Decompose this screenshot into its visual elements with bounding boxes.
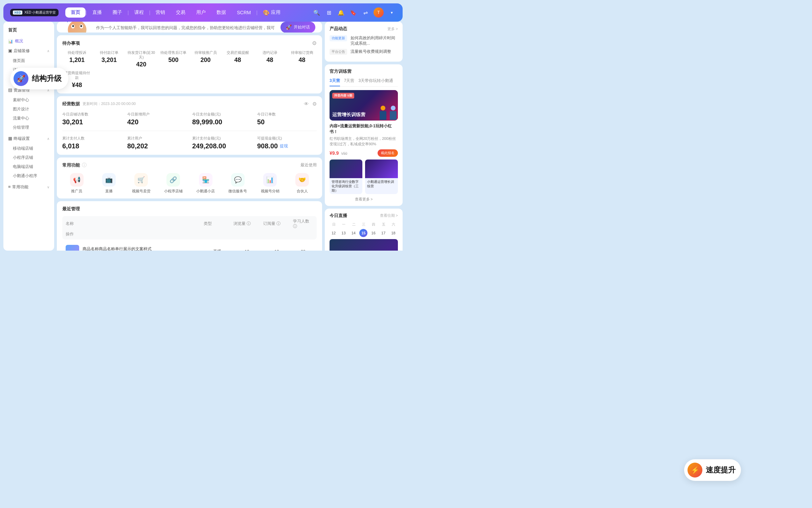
mini-card-2[interactable]: 小鹅通运营增长训练营 — [365, 160, 398, 194]
biz-settings-icon[interactable]: ⚙ — [312, 101, 317, 107]
right-panel: 产品动态 更多 > 功能更新 如何高效的利用碎片时间完成系统... 平台公告 流… — [325, 22, 403, 251]
nav-item-live[interactable]: 直播 — [87, 9, 107, 16]
day-14[interactable]: 14 — [349, 229, 358, 237]
ai-banner: ↗ 您好，我是通通，您的智能AI助手 作为一个人工智能助手，我可以回答您的问题，… — [57, 22, 322, 33]
func-section: 常用功能 ⓘ 最近使用 📢 推广员 📺 直播 🛒 视频号卖货 🔗 — [57, 157, 322, 198]
func-item-live[interactable]: 📺 直播 — [94, 173, 123, 194]
func-item-miniapp-store[interactable]: 🔗 小程序店铺 — [159, 173, 188, 194]
todo-value-complaint: 1,201 — [69, 57, 85, 64]
nav-item-user[interactable]: 用户 — [191, 9, 211, 16]
sidebar-sub-item-pc[interactable]: 电脑端店铺 — [3, 162, 54, 171]
bell-icon[interactable]: 🔔 — [337, 8, 345, 17]
help-icon[interactable]: ⓘ — [82, 162, 87, 168]
panels-icon[interactable]: ⊞ — [325, 8, 333, 17]
nav-item-course[interactable]: 课程 — [129, 9, 149, 16]
tab-7day[interactable]: 7天营 — [344, 78, 355, 86]
func-item-wechat-service[interactable]: 💬 微信服务号 — [223, 173, 252, 194]
table-header: 名称 类型 浏览量 ⓘ 订阅量 ⓘ 学习人数 ⓘ 操作 — [62, 216, 317, 239]
day-16[interactable]: 16 — [369, 229, 378, 237]
nav-item-circle[interactable]: 圈子 — [107, 9, 128, 16]
func-item-partner[interactable]: 🤝 合伙人 — [288, 173, 317, 194]
avatar[interactable]: T — [374, 7, 384, 18]
func-item-video-dist[interactable]: 📊 视频号分销 — [256, 173, 285, 194]
day-15-today[interactable]: 15 — [359, 229, 367, 237]
live-schedule-link[interactable]: 查看往期 > — [380, 213, 398, 218]
sidebar-section-store-title[interactable]: ▣店铺装修 ∧ — [3, 46, 54, 56]
recent-header: 最近管理 — [62, 206, 317, 212]
video-dist-icon: 📊 — [263, 173, 277, 187]
nav-item-scrm[interactable]: SCRM — [231, 10, 256, 15]
withdraw-button[interactable]: 提现 — [280, 143, 288, 149]
recent-used-label: 最近使用 — [300, 162, 317, 168]
func-item-promoter[interactable]: 📢 推广员 — [62, 173, 91, 194]
mini-card-1[interactable]: 管理咨询行业数字化升级训练营（三期） — [330, 160, 362, 194]
sidebar-sub-item-image[interactable]: 图片设计 — [3, 105, 54, 114]
wechat-service-icon: 💬 — [231, 173, 245, 187]
todo-value-promoter: 200 — [200, 57, 210, 64]
chevron-down-icon[interactable]: ▼ — [388, 8, 396, 17]
update-item-1: 功能更新 如何高效的利用碎片时间完成系统... — [330, 35, 398, 46]
todo-label-aftersale: 待处理售后订单 — [160, 50, 186, 55]
update-text-2: 流量账号收费规则调整 — [351, 49, 398, 54]
row-learners: 90 — [293, 249, 313, 251]
rocket-icon: 🚀 — [286, 24, 292, 30]
refresh-icon[interactable]: ⇌ — [361, 8, 369, 17]
biz-title: 经营数据 — [62, 101, 80, 107]
sidebar-section-terminal-title[interactable]: ▦终端设置 ∧ — [3, 133, 54, 144]
tab-3day[interactable]: 3天营 — [330, 78, 340, 86]
see-more[interactable]: 查看更多 > — [330, 197, 398, 202]
sidebar-sub-item-micropage[interactable]: 微页面 — [3, 56, 54, 65]
signup-button[interactable]: 截此报名 — [378, 149, 398, 157]
day-12[interactable]: 12 — [330, 229, 338, 237]
biz-cum-users-label: 累计用户 — [127, 136, 187, 141]
day-18[interactable]: 18 — [389, 229, 398, 237]
training-desc: 内容+流量运营新技能,0-1玩转小红书！ 红书职场博主，全网20万粉丝，200粉… — [330, 123, 398, 157]
func-grid: 📢 推广员 📺 直播 🛒 视频号卖货 🔗 小程序店铺 🏪 小鹅通小 — [62, 173, 317, 194]
sidebar-sub-item-group[interactable]: 分组管理 — [3, 123, 54, 132]
eye-icon[interactable]: 👁 — [304, 101, 309, 107]
live-today-header: 今日直播 查看往期 > — [330, 213, 398, 219]
mini-card-text-2: 小鹅通运营增长训练营 — [365, 178, 398, 190]
nav-item-apps[interactable]: 🎨 应用 — [257, 9, 286, 16]
live-calendar: 日 一 二 三 四 五 六 12 13 14 15 16 17 18 — [330, 222, 398, 237]
sidebar-overview[interactable]: 📊概况 — [3, 37, 54, 46]
nav-item-home[interactable]: 首页 — [65, 7, 86, 18]
biz-withdrawable-row: 908.00 提现 — [257, 142, 317, 150]
sidebar-sub-item-flow[interactable]: 流量中心 — [3, 114, 54, 123]
sidebar-sub-item-xeprog[interactable]: 小鹅通小程序 — [3, 171, 54, 181]
nav-item-trade[interactable]: 交易 — [171, 9, 191, 16]
nav-item-data[interactable]: 数据 — [211, 9, 231, 16]
sidebar-sub-item-material[interactable]: 素材中心 — [3, 96, 54, 105]
todo-item-complaint: 待处理投诉 1,201 — [62, 50, 92, 68]
sidebar-sub-item-mobile[interactable]: 移动端店铺 — [3, 144, 54, 153]
search-icon[interactable]: 🔍 — [313, 8, 321, 17]
day-17[interactable]: 17 — [379, 229, 387, 237]
func-title: 常用功能 — [62, 162, 80, 168]
sidebar-section-common: ≡常用功能 ∨ — [3, 182, 54, 192]
product-cell: 商品名称商品名称单行展示的文案样式 ¥199.9 — [66, 245, 201, 251]
func-item-video-sell[interactable]: 🛒 视频号卖货 — [127, 173, 156, 194]
day-header-thu: 四 — [369, 222, 378, 227]
nav-items: 首页 | 直播 圈子 | 课程 | 营销 交易 用户 数据 SCRM | 🎨 应… — [65, 7, 313, 18]
tab-intro[interactable]: 3天带你玩转小鹅通 — [358, 78, 393, 86]
product-updates-more[interactable]: 更多 > — [387, 26, 398, 31]
biz-new-users-label: 今日新增用户 — [127, 112, 187, 117]
upgrade-text: 结构升级 — [32, 73, 62, 84]
day-13[interactable]: 13 — [339, 229, 347, 237]
nav-item-marketing[interactable]: 营销 — [150, 9, 171, 16]
sidebar-sub-item-miniapp[interactable]: 小程序店铺 — [3, 153, 54, 162]
sidebar-section-resource: ▤资源管理 ∧ 素材中心 图片设计 流量中心 分组管理 — [3, 85, 54, 132]
sidebar-section-common-title[interactable]: ≡常用功能 ∨ — [3, 182, 54, 192]
ai-start-button[interactable]: 🚀 开始对话 — [280, 22, 315, 33]
bookmark-icon[interactable]: 🔖 — [349, 8, 357, 17]
mini-card-text-1: 管理咨询行业数字化升级训练营（三期） — [330, 178, 362, 194]
func-item-xeprog-shop[interactable]: 🏪 小鹅通小店 — [191, 173, 220, 194]
biz-payment-label: 今日支付金额(元) — [192, 112, 252, 117]
col-name: 名称 — [66, 219, 201, 229]
wechat-service-label: 微信服务号 — [228, 189, 247, 194]
biz-bottom-grid: 累计支付人数 6,018 累计用户 80,202 累计支付金额(元) 249,2… — [62, 136, 317, 150]
todo-label-intercept: 交易拦截提醒 — [227, 50, 249, 55]
todo-value-shipping: 420 — [136, 61, 146, 68]
product-name: 商品名称商品名称单行展示的文案样式 — [83, 246, 152, 251]
todo-settings-icon[interactable]: ⚙ — [312, 40, 317, 46]
